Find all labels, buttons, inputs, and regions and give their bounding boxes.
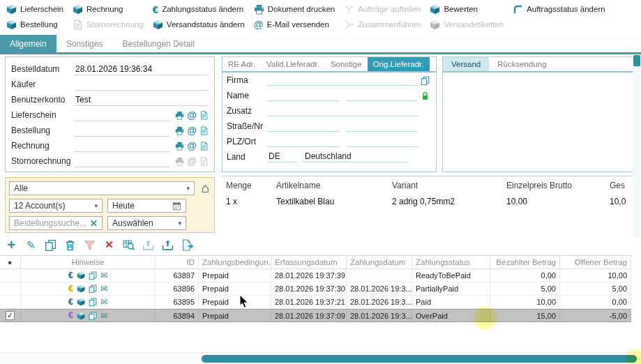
bestellung-button[interactable]: Bestellung [4, 20, 66, 30]
export-file-button[interactable] [181, 238, 194, 252]
envelope-icon[interactable]: ✉ [100, 312, 107, 320]
tab-valid-lieferadr[interactable]: Valid.Lieferadr. [261, 57, 325, 71]
stornorechnung-button[interactable]: Stornorechnung [70, 20, 146, 30]
add-button[interactable]: + [5, 238, 18, 252]
clear-search-icon[interactable]: ✕ [90, 218, 98, 229]
article-row[interactable]: 1 x Textilkabel Blau 2 adrig 0,75mm2 10,… [222, 194, 635, 209]
zusatz-field[interactable] [267, 105, 418, 116]
firma-field[interactable] [267, 75, 418, 86]
print-icon[interactable] [175, 142, 184, 151]
rechnung-button[interactable]: Rechnung [70, 4, 146, 15]
bestellung-field[interactable] [74, 125, 170, 137]
remove-filter-button[interactable]: ✕ [103, 238, 116, 252]
vertical-scrollbar[interactable] [633, 54, 641, 237]
export-button[interactable] [161, 238, 174, 252]
vertical-scrollbar-thumb[interactable] [633, 55, 640, 66]
auftragsstatus-aendern-button[interactable]: Auftragsstatus ändern [511, 4, 608, 15]
strasse-field[interactable] [267, 121, 339, 132]
ort-field[interactable] [346, 136, 418, 147]
zahlungsstatus-aendern-button[interactable]: € Zahlungsstatus ändern [151, 4, 247, 15]
row-select-cell[interactable]: ✓ [0, 310, 21, 321]
tab-sonstiges[interactable]: Sonstiges [56, 35, 113, 52]
email-icon[interactable]: @ [187, 126, 197, 135]
header-zahlungsbedingung[interactable]: Zahlungsbedingun... [199, 256, 271, 268]
header-id[interactable]: ID [156, 256, 199, 268]
filter-button[interactable] [83, 238, 96, 252]
plz-field[interactable] [267, 136, 339, 147]
bestelldatum-field[interactable]: 28.01.2026 19:36:34 [74, 63, 209, 75]
email-icon[interactable]: @ [187, 156, 197, 166]
lieferschein-field[interactable] [74, 109, 170, 121]
email-icon[interactable]: @ [187, 141, 197, 151]
lock-icon[interactable] [421, 91, 430, 100]
email-versenden-button[interactable]: @ E-Mail versenden [252, 20, 338, 29]
edit-button[interactable]: ✎ [24, 238, 38, 252]
grid-search-button[interactable] [122, 238, 135, 252]
tab-re-adr[interactable]: RE Adr. [223, 57, 261, 71]
envelope-icon[interactable]: ✉ [100, 298, 107, 306]
name-field-1[interactable] [267, 90, 339, 101]
header-zahlungsstatus[interactable]: Zahlungsstatus [412, 256, 490, 268]
row-select-cell[interactable] [0, 269, 21, 282]
tab-ruecksendung[interactable]: Rücksendung [489, 57, 555, 71]
order-row[interactable]: € ✉ 63895 Prepaid 28.01.2026 19:37:21 28… [0, 296, 631, 309]
header-erfassungsdatum[interactable]: Erfassungsdatum [271, 256, 347, 268]
document-icon[interactable] [199, 126, 209, 135]
euro-status-icon[interactable]: € [68, 285, 73, 294]
land-name-field[interactable]: Deutschland [303, 151, 408, 162]
tab-sonstige[interactable]: Sonstige [325, 57, 368, 71]
envelope-icon[interactable]: ✉ [100, 285, 107, 293]
name-field-2[interactable] [346, 90, 418, 101]
order-row[interactable]: € ✉ 63896 Prepaid 28.01.2026 19:37:30 28… [0, 282, 631, 296]
header-hinweise[interactable]: Hinweise [21, 256, 156, 268]
copy-icon[interactable] [421, 76, 430, 85]
print-icon[interactable] [175, 157, 184, 166]
copy-button[interactable] [44, 238, 57, 252]
rechnung-field[interactable] [74, 140, 170, 152]
versandstatus-aendern-button[interactable]: Versandstatus ändern [151, 20, 247, 30]
package-icon[interactable] [77, 312, 85, 320]
tab-orig-lieferadr[interactable]: Orig.Lieferadr. [368, 57, 430, 71]
copy-icon[interactable] [89, 285, 97, 293]
euro-status-icon[interactable]: € [68, 298, 73, 307]
lieferschein-button[interactable]: Lieferschein [4, 4, 66, 15]
row-select-cell[interactable] [0, 296, 21, 308]
horizontal-scrollbar[interactable] [0, 352, 641, 364]
euro-status-icon[interactable]: € [68, 271, 73, 280]
package-icon[interactable] [77, 285, 85, 293]
row-select-cell[interactable] [0, 282, 21, 295]
envelope-icon[interactable]: ✉ [100, 271, 107, 280]
date-select[interactable]: Heute [107, 199, 186, 213]
header-zahlungsdatum[interactable]: Zahlungsdatum [347, 256, 412, 268]
versandetiketten-button[interactable]: Versandetiketten [428, 20, 506, 30]
dokument-drucken-button[interactable]: Dokument drucken [252, 4, 338, 15]
home-button[interactable]: ⌂ [197, 180, 213, 196]
euro-status-icon[interactable]: € [68, 311, 73, 320]
print-icon[interactable] [175, 111, 184, 120]
tab-versand[interactable]: Versand [443, 57, 489, 71]
package-icon[interactable] [77, 271, 85, 280]
document-icon[interactable] [199, 142, 209, 151]
land-code-field[interactable]: DE [267, 151, 296, 162]
bewerten-button[interactable]: Bewerten [428, 4, 506, 15]
view-select[interactable]: Alle ▾ [9, 181, 195, 195]
choose-select[interactable]: Auswählen ▾ [107, 216, 186, 230]
copy-icon[interactable] [89, 271, 97, 280]
tab-bestellungen-detail[interactable]: Bestellungen Detail [112, 35, 204, 52]
order-row[interactable]: € ✉ 63897 Prepaid 28.01.2026 19:37:39 Re… [0, 269, 631, 282]
auftraege-aufteilen-button[interactable]: Aufträge aufteilen [342, 4, 423, 15]
hausnr-field[interactable] [346, 121, 418, 132]
copy-icon[interactable] [89, 298, 97, 306]
accounts-select[interactable]: 12 Account(s) ▾ [9, 199, 103, 213]
tab-allgemein[interactable]: Allgemein [0, 35, 56, 52]
benutzerkonto-field[interactable]: Test [74, 94, 209, 106]
copy-icon[interactable] [89, 312, 97, 320]
kaeufer-field[interactable] [74, 79, 209, 91]
row-checkbox-checked[interactable]: ✓ [6, 311, 15, 320]
email-icon[interactable]: @ [187, 110, 197, 120]
order-row-selected[interactable]: ✓ € ✉ 63894 Prepaid 28.01.2026 19:37:09 … [0, 309, 631, 322]
zusammenfuehren-button[interactable]: Zusammenführen [342, 20, 423, 30]
print-icon[interactable] [175, 126, 184, 135]
document-icon[interactable] [199, 157, 209, 166]
order-search-input[interactable]: Bestellungssuche... ✕ [9, 216, 103, 230]
